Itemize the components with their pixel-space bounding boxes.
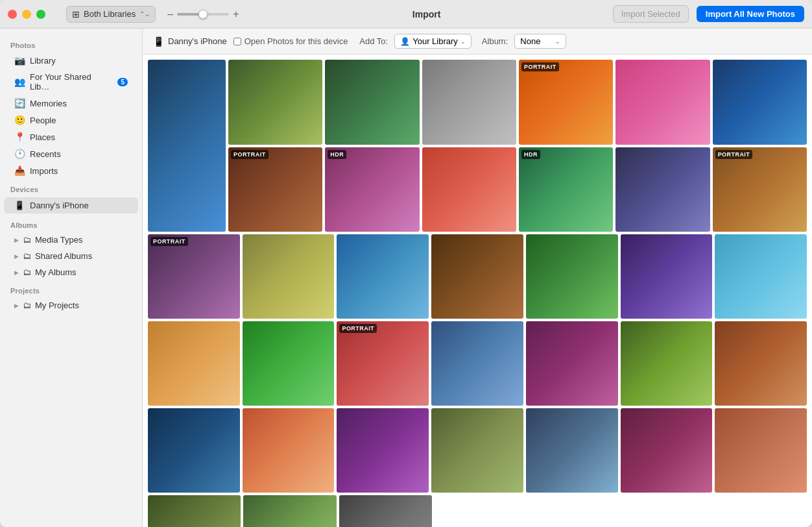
photo-cell[interactable] <box>148 60 226 232</box>
photo-cell[interactable] <box>615 147 710 232</box>
photo-cell[interactable] <box>148 408 240 493</box>
photo-scroll-area[interactable]: PORTRAIT PORTRAIT HDR <box>143 55 812 527</box>
zoom-in-button[interactable]: + <box>232 8 240 20</box>
import-selected-button[interactable]: Import Selected <box>613 5 689 23</box>
photo-cell[interactable]: PORTRAIT <box>148 234 240 319</box>
titlebar: ⊞ Both Libraries ⌃⌄ – + Import Import Se… <box>0 0 812 29</box>
photo-cell[interactable] <box>422 147 516 232</box>
sidebar-item-places[interactable]: 📍 Places <box>4 129 138 145</box>
import-all-button[interactable]: Import All New Photos <box>697 6 804 22</box>
phone-icon: 📱 <box>153 36 164 47</box>
library-select-value: Your Library <box>412 36 458 46</box>
open-photos-checkbox[interactable] <box>233 38 241 45</box>
photo-cell[interactable] <box>243 234 335 319</box>
photo-grid: PORTRAIT PORTRAIT HDR <box>143 55 812 527</box>
album-select-value: None <box>520 36 540 46</box>
traffic-lights <box>8 10 45 19</box>
photo-cell[interactable] <box>243 408 335 493</box>
photo-cell[interactable] <box>337 234 429 319</box>
hdr-badge: HDR <box>521 150 540 159</box>
portrait-badge: PORTRAIT <box>231 150 269 159</box>
photo-cell[interactable] <box>422 60 516 145</box>
sidebar-item-device[interactable]: 📱 Danny's iPhone <box>4 197 138 214</box>
photo-cell[interactable] <box>621 408 713 493</box>
open-photos-label: Open Photos for this device <box>245 36 348 46</box>
photo-cell[interactable] <box>715 321 807 406</box>
photo-cell[interactable] <box>713 60 807 145</box>
chevron-down-icon: ⌄ <box>460 38 466 45</box>
photo-cell[interactable] <box>228 60 322 145</box>
photo-cell[interactable] <box>621 234 713 319</box>
photo-cell[interactable] <box>431 321 523 406</box>
photo-cell[interactable] <box>148 495 241 527</box>
sidebar-item-people[interactable]: 🙂 People <box>4 112 138 129</box>
chevron-down-icon: ⌄ <box>555 38 560 45</box>
sidebar-item-label: Shared Albums <box>35 251 92 261</box>
photo-row-5 <box>148 408 807 493</box>
photo-cell[interactable] <box>715 234 807 319</box>
photo-cell[interactable]: HDR <box>325 147 419 232</box>
add-to-label: Add To: <box>359 36 388 46</box>
sidebar-item-library[interactable]: 📷 Library <box>4 52 138 69</box>
zoom-out-button[interactable]: – <box>166 8 174 20</box>
chevron-right-icon: ▶ <box>14 269 19 276</box>
sidebar-item-shared-albums[interactable]: ▶ 🗂 Shared Albums <box>4 248 138 264</box>
sidebar-item-imports[interactable]: 📥 Imports <box>4 162 138 179</box>
albums-section-label: Albums <box>0 215 142 232</box>
photo-cell[interactable] <box>243 495 336 527</box>
photo-cell[interactable] <box>339 495 432 527</box>
sidebar-item-recents[interactable]: 🕐 Recents <box>4 145 138 162</box>
window-title: Import <box>248 9 604 19</box>
sidebar-item-label: My Projects <box>35 300 79 310</box>
photo-cell[interactable]: PORTRAIT <box>228 147 322 232</box>
photo-cell[interactable]: PORTRAIT <box>337 321 429 406</box>
album-label: Album: <box>482 36 508 46</box>
open-photos-option: Open Photos for this device <box>233 36 348 46</box>
sidebar-item-shared-lib[interactable]: 👥 For Your Shared Lib… 5 <box>4 69 138 95</box>
photo-row-4: PORTRAIT <box>148 321 807 406</box>
zoom-slider[interactable] <box>177 13 229 16</box>
photo-cell[interactable]: PORTRAIT <box>713 147 807 232</box>
photo-cell[interactable] <box>431 408 523 493</box>
sidebar-item-label: For Your Shared Lib… <box>30 72 112 92</box>
sidebar-item-media-types[interactable]: ▶ 🗂 Media Types <box>4 232 138 248</box>
photos-section-label: Photos <box>0 35 142 52</box>
sidebar-item-label: People <box>30 116 56 125</box>
photo-cell[interactable] <box>526 408 618 493</box>
hdr-badge: HDR <box>328 150 346 159</box>
photo-cell[interactable] <box>337 408 429 493</box>
memories-icon: 🔄 <box>14 98 25 108</box>
minimize-button[interactable] <box>22 10 31 19</box>
photo-cell[interactable] <box>526 234 618 319</box>
my-albums-icon: 🗂 <box>23 267 31 277</box>
imports-icon: 📥 <box>14 165 25 176</box>
portrait-badge: PORTRAIT <box>521 62 559 71</box>
portrait-badge: PORTRAIT <box>715 150 753 159</box>
app-window: ⊞ Both Libraries ⌃⌄ – + Import Import Se… <box>0 0 812 527</box>
photo-cell[interactable] <box>615 60 710 145</box>
library-select[interactable]: 👤 Your Library ⌄ <box>394 34 472 49</box>
photo-cell[interactable] <box>715 408 807 493</box>
photo-cell[interactable] <box>148 321 240 406</box>
portrait-badge: PORTRAIT <box>150 237 188 246</box>
album-select[interactable]: None ⌄ <box>514 34 566 49</box>
photo-cell[interactable]: PORTRAIT <box>519 60 613 145</box>
sidebar-item-memories[interactable]: 🔄 Memories <box>4 95 138 112</box>
photo-row-3: PORTRAIT <box>148 234 807 319</box>
library-icon: 📷 <box>14 55 25 66</box>
sidebar-item-label: Library <box>30 56 56 66</box>
photo-cell[interactable] <box>325 60 419 145</box>
library-picker[interactable]: ⊞ Both Libraries ⌃⌄ <box>66 6 156 23</box>
import-bar: 📱 Danny's iPhone Open Photos for this de… <box>143 29 812 55</box>
maximize-button[interactable] <box>36 10 45 19</box>
sidebar-item-label: Places <box>30 132 55 142</box>
photo-cell[interactable]: HDR <box>519 147 613 232</box>
close-button[interactable] <box>8 10 17 19</box>
chevron-right-icon: ▶ <box>14 253 19 260</box>
photo-cell[interactable] <box>621 321 713 406</box>
sidebar-item-my-albums[interactable]: ▶ 🗂 My Albums <box>4 264 138 280</box>
photo-cell[interactable] <box>526 321 618 406</box>
photo-cell[interactable] <box>431 234 523 319</box>
photo-cell[interactable] <box>243 321 335 406</box>
sidebar-item-my-projects[interactable]: ▶ 🗂 My Projects <box>4 297 138 313</box>
